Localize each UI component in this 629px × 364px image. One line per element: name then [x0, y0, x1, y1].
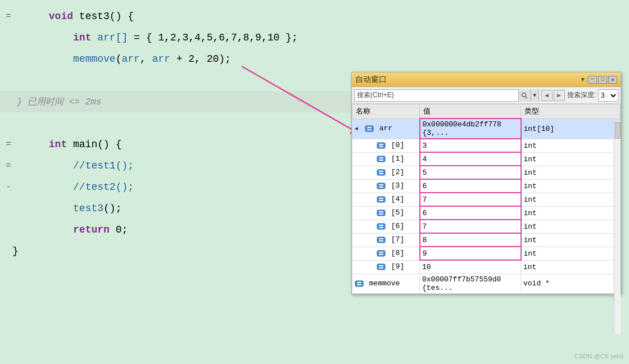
cell-type: int [521, 220, 621, 233]
nav-buttons: ◀ ▶ [541, 90, 565, 101]
svg-rect-17 [379, 184, 383, 185]
depth-label: 搜索深度: [567, 90, 596, 100]
cell-value: 6 [420, 179, 521, 193]
cell-name: [8] [352, 247, 420, 260]
table-container: 名称 值 类型 ◄ [352, 104, 621, 294]
table-row[interactable]: [4] 7 int [352, 193, 621, 206]
scrollbar-thumb[interactable] [615, 122, 621, 139]
cell-name: ◄ arr [352, 119, 420, 139]
variable-icon [377, 154, 386, 163]
svg-rect-15 [379, 173, 383, 174]
close-button[interactable]: ✕ [608, 76, 617, 84]
search-label: 搜索(Ctrl+E) [355, 90, 396, 100]
back-button[interactable]: ◀ [541, 90, 553, 101]
table-row[interactable]: [5] 6 int [352, 206, 621, 220]
table-row[interactable]: ◄ arr 0x000000e4db2ff778 {3,... int[10] [352, 119, 621, 139]
code-line-3: memmove(arr, arr + 2, 20); [0, 48, 354, 70]
debug-titlebar: 自动窗口 ▼ ─ □ ✕ [352, 72, 621, 87]
table-row[interactable]: [0] 3 int [352, 139, 621, 152]
expand-arrow[interactable]: ◄ [355, 126, 360, 132]
debug-toolbar: 搜索(Ctrl+E) ▾ ◀ ▶ 搜索深度: 3 1 2 4 5 [352, 87, 621, 104]
cell-value: 9 [420, 247, 521, 260]
pin-icon[interactable]: ▼ [581, 76, 585, 83]
variable-icon [355, 279, 364, 288]
variable-icon [377, 262, 386, 271]
table-row[interactable]: [8] 9 int [352, 247, 621, 260]
debug-table: 名称 值 类型 ◄ [352, 104, 621, 294]
code-area: = void test3() { int arr[] = { 1,2,3,4,5… [0, 0, 354, 364]
maximize-button[interactable]: □ [598, 76, 607, 84]
cell-type: int [521, 152, 621, 166]
variable-icon [377, 249, 386, 258]
table-row[interactable]: [6] 7 int [352, 220, 621, 233]
table-header: 名称 值 类型 [352, 104, 621, 119]
svg-rect-6 [367, 129, 372, 130]
debug-title: 自动窗口 [355, 75, 387, 85]
cell-value: 8 [420, 233, 521, 247]
table-row[interactable]: [9] 10 int [352, 260, 621, 274]
svg-rect-24 [379, 213, 383, 215]
variable-icon [365, 124, 374, 133]
cell-type: int [521, 166, 621, 179]
svg-rect-22 [377, 210, 385, 216]
elapsed-line: } 已用时间 <= 2ms [0, 91, 354, 112]
cell-value: 0x000000e4db2ff778 {3,... [420, 119, 521, 139]
svg-rect-27 [379, 227, 383, 228]
svg-rect-32 [379, 252, 383, 253]
svg-rect-12 [379, 160, 383, 161]
svg-line-3 [526, 96, 528, 98]
depth-select[interactable]: 3 1 2 4 5 [598, 89, 618, 102]
titlebar-buttons: ▼ ─ □ ✕ [581, 76, 617, 84]
cell-value: 10 [420, 260, 521, 274]
dash-indicator: - [4, 181, 12, 193]
svg-rect-10 [377, 156, 385, 162]
cell-name: [7] [352, 233, 420, 247]
svg-rect-20 [379, 198, 383, 199]
svg-rect-37 [355, 281, 363, 286]
cell-type: int [521, 193, 621, 206]
debug-window: 自动窗口 ▼ ─ □ ✕ 搜索(Ctrl+E) ▾ ◀ ▶ 搜索深度: [351, 72, 621, 294]
code-text: } [12, 240, 19, 262]
code-line-11: return 0; [0, 219, 354, 240]
code-text: memmove(arr, arr + 2, 20); [12, 27, 231, 91]
cell-value: 3 [420, 139, 521, 152]
table-scroll-area: 名称 值 类型 ◄ [352, 104, 621, 294]
variable-icon [377, 222, 386, 231]
cell-name: [3] [352, 179, 420, 193]
minimize-button[interactable]: ─ [588, 76, 597, 84]
cell-type: int [521, 179, 621, 193]
cell-value: 7 [420, 220, 521, 233]
table-row[interactable]: [3] 6 int [352, 179, 621, 193]
cell-value: 4 [420, 152, 521, 166]
cell-type: int [521, 247, 621, 260]
svg-rect-19 [377, 197, 385, 202]
search-button[interactable] [518, 89, 531, 102]
search-input[interactable] [396, 90, 518, 101]
table-row[interactable]: [7] 8 int [352, 233, 621, 247]
svg-rect-29 [379, 238, 383, 239]
cell-type: int [521, 260, 621, 274]
cell-value: 0x00007ff7b57559d0 {tes... [420, 274, 521, 293]
elapsed-text: } 已用时间 <= 2ms [17, 96, 101, 108]
svg-rect-14 [379, 171, 383, 172]
svg-rect-7 [377, 143, 385, 148]
svg-rect-39 [357, 284, 361, 285]
variable-icon [377, 195, 386, 204]
search-box: 搜索(Ctrl+E) ▾ [354, 89, 539, 102]
table-row[interactable]: [1] 4 int [352, 152, 621, 166]
variable-icon [377, 168, 386, 177]
search-dropdown-button[interactable]: ▾ [531, 89, 539, 102]
variable-icon [377, 235, 386, 244]
table-row[interactable]: memmove 0x00007ff7b57559d0 {tes... void … [352, 274, 621, 293]
svg-rect-18 [379, 186, 383, 188]
svg-rect-11 [379, 157, 383, 158]
table-row[interactable]: [2] 5 int [352, 166, 621, 179]
cell-name: [4] [352, 193, 420, 206]
variable-icon [377, 141, 386, 150]
svg-point-2 [522, 93, 526, 97]
forward-button[interactable]: ▶ [554, 90, 565, 101]
scrollbar[interactable] [614, 121, 621, 334]
svg-rect-31 [377, 251, 385, 256]
col-header-type: 类型 [521, 104, 621, 119]
watermark: CSDN @CS semi [574, 353, 623, 360]
